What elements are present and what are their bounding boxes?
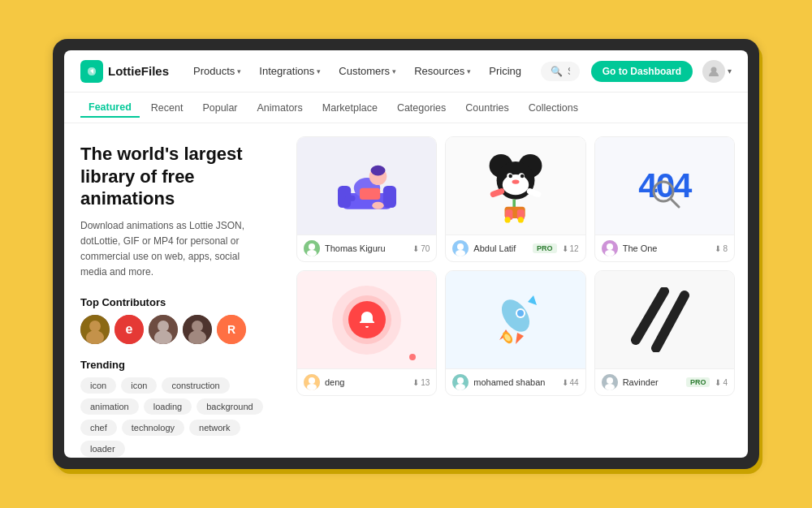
avatar <box>702 60 725 83</box>
card-preview-1 <box>297 137 436 235</box>
browser-window: LottieFiles Products ▾ Integrations ▾ Cu… <box>64 50 748 458</box>
chevron-down-icon: ▾ <box>728 67 732 75</box>
left-panel: The world's largest library of free anim… <box>64 123 283 458</box>
tag-background[interactable]: background <box>197 398 263 415</box>
card-footer-1: Thomas Kiguru ⬇ 70 <box>297 235 436 261</box>
contributors-section: Top Contributors e <box>80 296 267 344</box>
contributor-avatar[interactable] <box>149 315 178 344</box>
nav-resources[interactable]: Resources ▾ <box>406 61 479 81</box>
card-preview-2 <box>446 137 585 235</box>
hero-title: The world's largest library of free anim… <box>80 143 267 210</box>
monitor-frame: LottieFiles Products ▾ Integrations ▾ Cu… <box>53 39 759 469</box>
animation-card-6[interactable]: Ravinder PRO ⬇ 4 <box>594 270 735 396</box>
svg-point-45 <box>456 250 465 256</box>
chevron-down-icon: ▾ <box>392 67 396 75</box>
card-author-3: The One <box>623 243 710 253</box>
contributor-avatar[interactable]: R <box>217 315 246 344</box>
subnav-marketplace[interactable]: Marketplace <box>314 99 386 117</box>
svg-point-29 <box>503 174 529 195</box>
search-bar[interactable]: 🔍 <box>541 62 580 81</box>
subnav-featured[interactable]: Featured <box>80 98 140 118</box>
card-footer-5: mohamed shaban ⬇ 44 <box>446 368 585 395</box>
subnav-categories[interactable]: Categories <box>389 99 454 117</box>
tag-network[interactable]: network <box>189 420 240 436</box>
animation-card-2[interactable]: Abdul Latif PRO ⬇ 12 <box>445 136 585 262</box>
card-downloads-2: ⬇ 12 <box>562 244 579 253</box>
search-input[interactable] <box>568 66 570 77</box>
nav-integrations[interactable]: Integrations ▾ <box>251 61 329 81</box>
subnav-popular[interactable]: Popular <box>194 99 245 117</box>
search-icon: 🔍 <box>551 66 563 77</box>
tag-loading[interactable]: loading <box>144 398 192 415</box>
svg-point-41 <box>504 217 510 222</box>
animation-card-4[interactable]: deng ⬇ 13 <box>296 270 437 396</box>
svg-text:R: R <box>227 323 235 336</box>
animation-card-1[interactable]: Thomas Kiguru ⬇ 70 <box>296 136 437 262</box>
contributor-avatar[interactable] <box>80 315 110 344</box>
tag-animation[interactable]: animation <box>80 398 139 415</box>
subnav-countries[interactable]: Countries <box>457 99 517 117</box>
mickey-illustration <box>479 148 552 225</box>
card-preview-3: 404 <box>595 137 734 235</box>
svg-point-60 <box>457 377 464 384</box>
tag-loader[interactable]: loader <box>80 441 125 457</box>
card-downloads-1: ⬇ 70 <box>412 244 430 253</box>
trending-tags: icon icon construction animation loading… <box>80 377 267 457</box>
svg-line-47 <box>671 199 679 207</box>
logo-text: LottieFiles <box>108 64 169 78</box>
trending-label: Trending <box>80 359 267 371</box>
svg-rect-37 <box>490 187 505 198</box>
subnav-recent[interactable]: Recent <box>143 99 192 117</box>
nav-links: Products ▾ Integrations ▾ Customers ▾ Re… <box>185 61 529 81</box>
svg-point-19 <box>370 166 385 176</box>
svg-point-7 <box>158 321 169 332</box>
svg-point-44 <box>457 243 464 250</box>
svg-point-32 <box>508 174 512 178</box>
card-author-2: Abdul Latif <box>473 243 528 253</box>
svg-rect-20 <box>360 188 380 200</box>
tag-chef[interactable]: chef <box>80 420 117 436</box>
card-author-1: Thomas Kiguru <box>325 243 408 253</box>
contributor-avatars: e R <box>80 315 267 344</box>
logo[interactable]: LottieFiles <box>80 60 169 83</box>
tag-technology[interactable]: technology <box>122 420 184 436</box>
chevron-down-icon: ▾ <box>317 67 321 75</box>
card-downloads-6: ⬇ 4 <box>715 378 728 387</box>
svg-point-56 <box>517 310 524 316</box>
svg-rect-16 <box>382 186 395 208</box>
svg-point-25 <box>307 250 317 256</box>
svg-point-2 <box>89 321 101 332</box>
svg-point-33 <box>520 174 525 178</box>
subnav-animators[interactable]: Animators <box>249 99 311 117</box>
card-author-6: Ravinder <box>623 377 681 387</box>
dashboard-button[interactable]: Go to Dashboard <box>591 61 693 82</box>
svg-point-66 <box>605 384 615 390</box>
card-avatar-6 <box>602 374 618 390</box>
download-icon: ⬇ <box>715 378 721 387</box>
contributor-avatar[interactable]: e <box>114 315 144 344</box>
card-avatar-1 <box>304 240 320 256</box>
card-downloads-3: ⬇ 8 <box>715 244 728 253</box>
tag-icon1[interactable]: icon <box>80 377 116 394</box>
animation-grid: Thomas Kiguru ⬇ 70 <box>283 123 748 458</box>
contributor-avatar[interactable] <box>183 315 212 344</box>
trending-section: Trending icon icon construction animatio… <box>80 359 267 457</box>
tag-construction[interactable]: construction <box>162 377 229 394</box>
svg-rect-38 <box>526 187 542 198</box>
download-icon: ⬇ <box>562 244 568 253</box>
user-avatar-container[interactable]: ▾ <box>702 60 732 83</box>
download-icon: ⬇ <box>412 244 419 253</box>
tag-icon2[interactable]: icon <box>121 377 157 394</box>
card-preview-4 <box>297 271 436 368</box>
nav-customers[interactable]: Customers ▾ <box>330 61 404 81</box>
svg-point-24 <box>309 243 315 250</box>
nav-products[interactable]: Products ▾ <box>185 61 249 81</box>
animation-card-3[interactable]: 404 The On <box>594 136 735 262</box>
main-content: The world's largest library of free anim… <box>64 123 748 458</box>
animation-card-5[interactable]: mohamed shaban ⬇ 44 <box>445 270 585 396</box>
chevron-down-icon: ▾ <box>237 67 241 75</box>
svg-point-10 <box>192 321 203 332</box>
subnav-collections[interactable]: Collections <box>520 99 586 117</box>
diagonal-lines-illustration <box>595 271 734 368</box>
nav-pricing[interactable]: Pricing <box>481 61 529 81</box>
